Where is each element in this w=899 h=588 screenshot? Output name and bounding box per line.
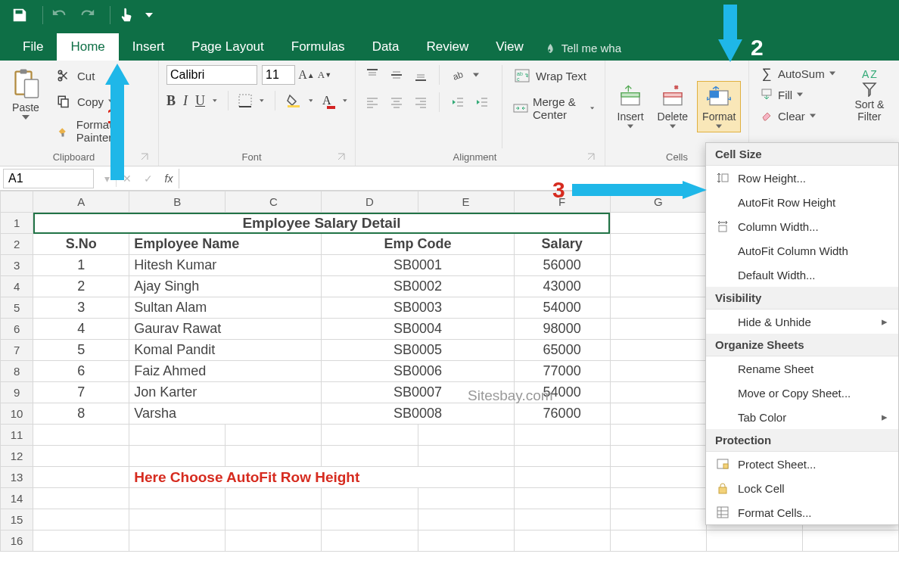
- cell[interactable]: [610, 488, 706, 509]
- row-header[interactable]: 14: [1, 488, 33, 509]
- cell[interactable]: [322, 488, 418, 509]
- format-cells-button[interactable]: Format: [697, 81, 741, 132]
- cell[interactable]: [129, 509, 226, 530]
- col-header[interactable]: C: [226, 191, 322, 213]
- cell[interactable]: [33, 425, 129, 446]
- cell[interactable]: [514, 446, 610, 467]
- cell[interactable]: [33, 467, 129, 488]
- menu-rename-sheet[interactable]: Rename Sheet: [706, 356, 898, 381]
- cell[interactable]: SB0005: [322, 340, 514, 361]
- fill-button[interactable]: Fill: [757, 86, 838, 103]
- row-header[interactable]: 6: [1, 319, 33, 340]
- cell[interactable]: 54000: [514, 297, 610, 319]
- font-size-combo[interactable]: [262, 65, 295, 85]
- paste-button[interactable]: Paste: [8, 65, 44, 123]
- fill-color-icon[interactable]: [286, 92, 301, 110]
- cell[interactable]: [226, 530, 322, 552]
- cell[interactable]: [514, 425, 610, 446]
- indent-increase-icon[interactable]: [473, 93, 491, 111]
- align-center-icon[interactable]: [387, 93, 406, 111]
- autosum-button[interactable]: ∑ AutoSum: [757, 65, 838, 82]
- cell[interactable]: [322, 425, 418, 446]
- cell[interactable]: Salary: [514, 234, 610, 255]
- cell[interactable]: [418, 425, 514, 446]
- cell[interactable]: [226, 509, 322, 530]
- cell[interactable]: [610, 467, 706, 488]
- cell[interactable]: SB0001: [322, 255, 514, 276]
- cell[interactable]: [610, 255, 706, 276]
- cell[interactable]: [129, 446, 226, 467]
- cell[interactable]: 56000: [514, 255, 610, 276]
- cell[interactable]: [610, 213, 706, 234]
- cell[interactable]: Gaurav Rawat: [129, 319, 322, 340]
- col-header[interactable]: G: [610, 191, 706, 213]
- cell[interactable]: [610, 319, 706, 340]
- tab-file[interactable]: File: [9, 33, 57, 61]
- menu-protect-sheet[interactable]: Protect Sheet...: [706, 452, 898, 476]
- menu-lock-cell[interactable]: Lock Cell: [706, 476, 898, 500]
- cell[interactable]: 7: [33, 382, 129, 403]
- merge-dropdown-icon[interactable]: [590, 106, 594, 110]
- borders-icon[interactable]: [238, 92, 252, 110]
- cut-button[interactable]: Cut: [51, 65, 151, 86]
- cell[interactable]: Here Choose AutoFit Row Height: [129, 467, 514, 488]
- cell[interactable]: [322, 509, 418, 530]
- row-header[interactable]: 3: [1, 255, 33, 276]
- cell[interactable]: 98000: [514, 319, 610, 340]
- align-middle-icon[interactable]: [387, 66, 406, 84]
- cell[interactable]: 8: [33, 403, 129, 425]
- cell[interactable]: [33, 509, 129, 530]
- row-header[interactable]: 10: [1, 403, 33, 425]
- col-header[interactable]: B: [129, 191, 226, 213]
- align-left-icon[interactable]: [363, 93, 381, 111]
- col-header[interactable]: E: [418, 191, 514, 213]
- copy-button[interactable]: Copy: [51, 91, 151, 112]
- cell[interactable]: Varsha: [129, 403, 322, 425]
- font-color-dropdown-icon[interactable]: [343, 98, 347, 103]
- grow-font-icon[interactable]: A▲: [300, 68, 313, 82]
- cell[interactable]: Ajay Singh: [129, 276, 322, 297]
- underline-button[interactable]: U: [195, 93, 205, 109]
- menu-row-height[interactable]: Row Height...: [706, 166, 898, 190]
- font-dialog-icon[interactable]: [337, 152, 347, 163]
- row-header[interactable]: 16: [1, 530, 33, 552]
- cell[interactable]: [610, 425, 706, 446]
- cell[interactable]: Jon Karter: [129, 382, 322, 403]
- row-header[interactable]: 8: [1, 361, 33, 382]
- cell[interactable]: 43000: [514, 276, 610, 297]
- shrink-font-icon[interactable]: A▼: [318, 68, 331, 82]
- cell[interactable]: [610, 446, 706, 467]
- align-bottom-icon[interactable]: [412, 66, 430, 84]
- indent-decrease-icon[interactable]: [449, 93, 467, 111]
- tab-formulas[interactable]: Formulas: [278, 33, 359, 61]
- format-painter-button[interactable]: Format Painter: [51, 117, 151, 145]
- cell[interactable]: Faiz Ahmed: [129, 361, 322, 382]
- cell[interactable]: [418, 488, 514, 509]
- clear-button[interactable]: Clear: [757, 107, 838, 124]
- cell[interactable]: [129, 530, 226, 552]
- cell[interactable]: [610, 297, 706, 319]
- cell[interactable]: [226, 446, 322, 467]
- alignment-dialog-icon[interactable]: [586, 152, 597, 163]
- tell-me-search[interactable]: Tell me wha: [537, 36, 629, 61]
- cell[interactable]: [33, 488, 129, 509]
- cell[interactable]: [610, 234, 706, 255]
- cell[interactable]: [129, 488, 226, 509]
- cell[interactable]: 1: [33, 255, 129, 276]
- cell[interactable]: [610, 276, 706, 297]
- row-header[interactable]: 15: [1, 509, 33, 530]
- row-header[interactable]: 12: [1, 446, 33, 467]
- cell[interactable]: Emp Code: [322, 234, 514, 255]
- cell[interactable]: [802, 530, 898, 552]
- row-header[interactable]: 7: [1, 340, 33, 361]
- cell[interactable]: [514, 488, 610, 509]
- cell[interactable]: [33, 530, 129, 552]
- cell[interactable]: SB0003: [322, 297, 514, 319]
- row-header[interactable]: 4: [1, 276, 33, 297]
- name-box[interactable]: [3, 169, 94, 188]
- cell[interactable]: SB0002: [322, 276, 514, 297]
- cell[interactable]: [610, 382, 706, 403]
- delete-cells-button[interactable]: Delete: [653, 82, 692, 132]
- col-header[interactable]: D: [322, 191, 418, 213]
- menu-column-width[interactable]: Column Width...: [706, 214, 898, 238]
